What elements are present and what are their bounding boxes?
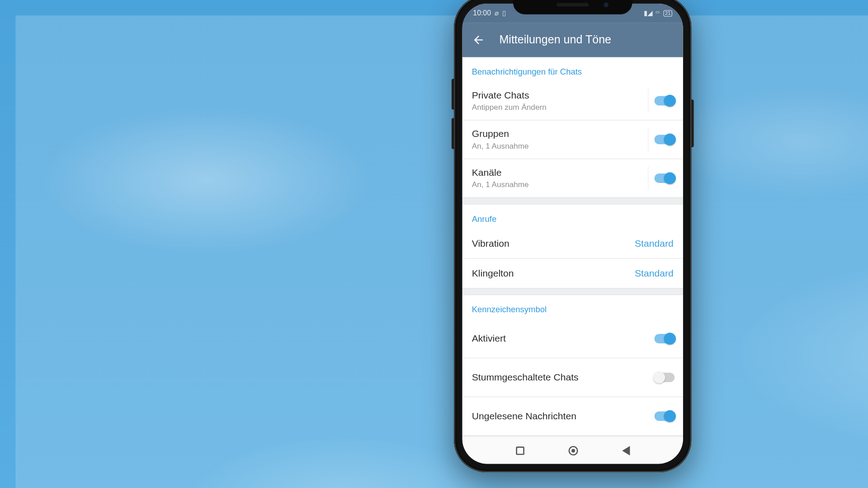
android-nav-bar — [462, 436, 683, 464]
row-value: Standard — [635, 238, 674, 249]
nav-home-icon[interactable] — [568, 446, 578, 455]
back-button[interactable] — [472, 33, 485, 47]
wifi-icon: ⌔ — [656, 9, 660, 17]
section-badge: Kennzeichensymbol Aktiviert Stummgeschal… — [462, 295, 683, 435]
phone-frame: 10:00 ⌀ ▯ ▮◢ ⌔ 21 Mitteilungen und Töne … — [454, 0, 691, 472]
toggle-muted-chats[interactable] — [654, 373, 675, 382]
background-panel — [15, 15, 868, 488]
section-title-chats: Benachrichtigungen für Chats — [462, 57, 683, 81]
row-subtitle: An, 1 Ausnahme — [472, 180, 529, 189]
status-time: 10:00 — [473, 9, 491, 17]
toggle-groups[interactable] — [654, 135, 675, 144]
row-private-chats[interactable]: Private Chats Antippen zum Ändern — [462, 81, 683, 120]
row-muted-chats[interactable]: Stummgeschaltete Chats — [462, 358, 683, 397]
row-title: Klingelton — [472, 268, 514, 279]
dnd-icon: ⌀ — [495, 9, 499, 17]
row-subtitle: Antippen zum Ändern — [472, 103, 547, 112]
nav-back-icon[interactable] — [622, 446, 630, 455]
toggle-channels[interactable] — [654, 174, 675, 183]
row-vibration[interactable]: Vibration Standard — [462, 228, 683, 258]
signal-icon: ▮◢ — [644, 9, 652, 17]
page-title: Mitteilungen und Töne — [499, 33, 611, 47]
toggle-unread[interactable] — [654, 411, 675, 421]
row-title: Aktiviert — [472, 333, 506, 344]
row-unread[interactable]: Ungelesene Nachrichten — [462, 396, 683, 435]
battery-indicator: 21 — [663, 10, 672, 17]
toggle-enabled[interactable] — [654, 334, 675, 343]
row-title: Private Chats — [472, 90, 547, 101]
row-subtitle: An, 1 Ausnahme — [472, 141, 529, 150]
section-chats: Benachrichtigungen für Chats Private Cha… — [462, 57, 683, 197]
app-header: Mitteilungen und Töne — [462, 23, 683, 57]
row-title: Stummgeschaltete Chats — [472, 372, 579, 383]
section-title-badge: Kennzeichensymbol — [462, 295, 683, 319]
row-title: Ungelesene Nachrichten — [472, 411, 576, 422]
section-title-calls: Anrufe — [462, 205, 683, 229]
nav-recent-icon[interactable] — [516, 446, 524, 455]
arrow-left-icon — [472, 33, 485, 47]
row-channels[interactable]: Kanäle An, 1 Ausnahme — [462, 159, 683, 197]
notch — [513, 0, 632, 14]
settings-content: Benachrichtigungen für Chats Private Cha… — [462, 57, 683, 436]
row-enabled[interactable]: Aktiviert — [462, 319, 683, 358]
row-title: Kanäle — [472, 168, 529, 178]
row-groups[interactable]: Gruppen An, 1 Ausnahme — [462, 120, 683, 159]
sim-icon: ▯ — [502, 9, 506, 17]
section-calls: Anrufe Vibration Standard Klingelton Sta… — [462, 205, 683, 288]
toggle-private-chats[interactable] — [654, 96, 675, 105]
row-ringtone[interactable]: Klingelton Standard — [462, 258, 683, 288]
row-title: Gruppen — [472, 129, 529, 140]
screen: 10:00 ⌀ ▯ ▮◢ ⌔ 21 Mitteilungen und Töne … — [462, 4, 683, 464]
row-title: Vibration — [472, 238, 509, 249]
row-value: Standard — [635, 268, 674, 279]
